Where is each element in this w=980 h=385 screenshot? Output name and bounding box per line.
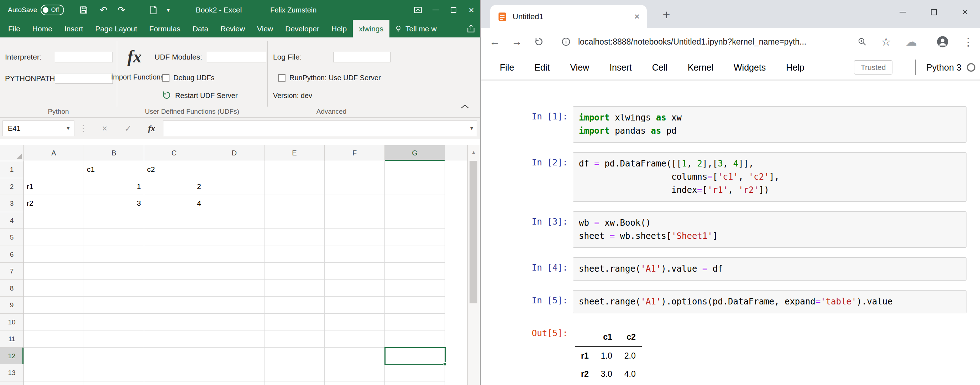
row-header-8[interactable]: 8 [0,280,24,297]
grid-cell-C7[interactable] [144,263,204,280]
grid-cell-A5[interactable] [24,229,84,246]
grid-cell-F7[interactable] [325,263,385,280]
grid-cell-B13[interactable] [84,364,144,382]
menu-item-help[interactable]: Help [786,62,804,73]
trusted-badge[interactable]: Trusted [854,60,892,75]
grid-cell-A12[interactable] [24,348,84,365]
notebook-cell[interactable]: In [4]:sheet.range('A1').value = df [510,257,966,281]
notebook-cell[interactable]: In [5]:sheet.range('A1').options(pd.Data… [510,290,966,313]
grid-cell-E13[interactable] [264,364,325,382]
scrollbar-thumb[interactable] [469,161,477,304]
zoom-button[interactable] [854,28,870,55]
grid-cell-F8[interactable] [325,280,385,297]
site-info-button[interactable] [558,28,574,55]
debug-udfs-checkbox[interactable] [162,74,169,81]
grid-cell-E11[interactable] [264,331,325,348]
udf-modules-input[interactable] [207,52,266,62]
grid-cell-B9[interactable] [84,297,144,314]
col-header-F[interactable]: F [325,145,385,161]
grid-cell-C1[interactable]: c2 [144,161,204,178]
grid-cell-A8[interactable] [24,280,84,297]
grid-cell-G13[interactable] [385,364,445,382]
grid-cell-G5[interactable] [385,229,445,246]
grid-cell-A7[interactable] [24,263,84,280]
grid-cell-A13[interactable] [24,364,84,382]
menu-item-insert[interactable]: Insert [609,62,632,73]
redo-button[interactable]: ↷ [113,0,130,20]
url-text[interactable]: localhost:8888/notebooks/Untitled1.ipynb… [578,28,806,55]
grid-cell-C4[interactable] [144,212,204,229]
ribbon-tab-data[interactable]: Data [186,20,214,37]
grid-cell-D1[interactable] [204,161,264,178]
minimize-button[interactable] [427,0,445,20]
cancel-x-icon[interactable]: × [97,120,113,136]
grid-cell-G6[interactable] [385,246,445,263]
browser-minimize-button[interactable] [895,3,911,21]
grid-cell-B11[interactable] [84,331,144,348]
grid-cell-D5[interactable] [204,229,264,246]
row-header-9[interactable]: 9 [0,297,24,314]
browser-close-button[interactable]: × [957,3,973,21]
autosave-toggle[interactable]: AutoSave Off [8,5,64,15]
grid-cell-D13[interactable] [204,364,264,382]
grid-cell-G7[interactable] [385,263,445,280]
grid-cell-E1[interactable] [264,161,325,178]
grid-cell-G1[interactable] [385,161,445,178]
browser-tab[interactable]: Untitled1 × [490,5,647,28]
grid-cell-F14[interactable] [325,382,385,385]
grid-cell-F13[interactable] [325,364,385,382]
grid-cell-C11[interactable] [144,331,204,348]
browser-maximize-button[interactable] [926,3,942,21]
quick-access-caret-icon[interactable]: ▾ [162,0,174,20]
grid-cell-G3[interactable] [385,195,445,212]
ribbon-display-options-button[interactable] [409,0,427,20]
notebook-cell[interactable]: In [3]:wb = xw.Book()sheet = wb.sheets['… [510,211,966,248]
name-box[interactable]: E41 ▾ [3,120,75,136]
row-header-7[interactable]: 7 [0,263,24,280]
select-all-corner[interactable] [0,145,24,161]
col-header-B[interactable]: B [84,145,144,161]
row-header-5[interactable]: 5 [0,229,24,246]
close-button[interactable]: × [462,0,480,20]
grid-cell-A11[interactable] [24,331,84,348]
tell-me-box[interactable]: Tell me w [395,20,437,37]
grid-cell-E9[interactable] [264,297,325,314]
grid-cell-A3[interactable]: r2 [24,195,84,212]
grid-cell-A4[interactable] [24,212,84,229]
grid-cell-G10[interactable] [385,314,445,331]
grid-cell-B1[interactable]: c1 [84,161,144,178]
ribbon-tab-help[interactable]: Help [325,20,353,37]
grid-cell-A2[interactable]: r1 [24,178,84,195]
ribbon-tab-page-layout[interactable]: Page Layout [89,20,143,37]
reload-button[interactable] [531,28,547,55]
grid-cell-D11[interactable] [204,331,264,348]
grid-cell-F2[interactable] [325,178,385,195]
formulabar-drag-dots-icon[interactable]: ⋮ [79,120,88,136]
cloud-icon[interactable]: ☁ [904,28,919,55]
formula-input[interactable]: ▾ [163,120,477,136]
grid-cell-E3[interactable] [264,195,325,212]
ribbon-tab-xlwings[interactable]: xlwings [353,20,390,37]
import-functions-button[interactable]: Import Functions [111,72,163,81]
grid-cell-D8[interactable] [204,280,264,297]
bookmark-star-icon[interactable]: ☆ [878,28,894,55]
row-header-4[interactable]: 4 [0,212,24,229]
new-tab-button[interactable]: + [659,7,674,23]
menu-kebab-icon[interactable]: ⋮ [961,28,976,55]
menu-item-kernel[interactable]: Kernel [688,62,713,73]
col-header-A[interactable]: A [24,145,84,161]
row-header-6[interactable]: 6 [0,246,24,263]
grid-cell-B6[interactable] [84,246,144,263]
row-header-11[interactable]: 11 [0,331,24,348]
runpython-checkbox[interactable] [278,74,285,81]
grid-cell-E7[interactable] [264,263,325,280]
grid-cell-F1[interactable] [325,161,385,178]
log-file-input[interactable] [333,52,390,62]
ribbon-tab-home[interactable]: Home [26,20,58,37]
grid-cell-E5[interactable] [264,229,325,246]
interpreter-input[interactable] [55,52,113,62]
row-header-3[interactable]: 3 [0,195,24,212]
back-button[interactable]: ← [487,28,503,55]
notebook-cell[interactable]: Out[5]:c1c2r11.02.0r23.04.0 [510,323,966,383]
grid-cell-A9[interactable] [24,297,84,314]
